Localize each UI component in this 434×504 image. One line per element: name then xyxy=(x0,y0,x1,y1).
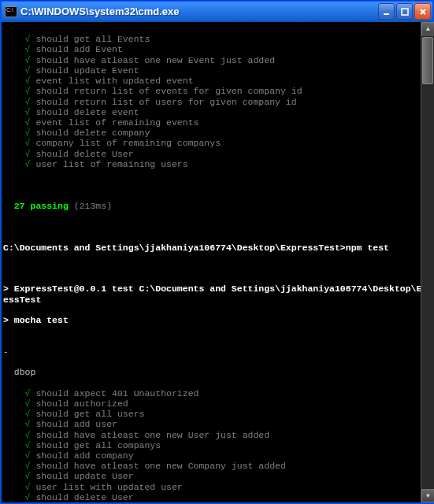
test-result-line: √ should add user xyxy=(3,419,432,429)
test-result-line: √ should axpect 401 Unauthorized xyxy=(3,388,432,398)
test-name: should return list of events for given c… xyxy=(31,86,302,96)
checkmark-icon: √ xyxy=(25,430,31,440)
test-name: should update User xyxy=(31,471,134,481)
test-result-line: √ should delete User xyxy=(3,492,432,502)
test-name: event list of remaining events xyxy=(31,117,199,128)
test-name: should have atleast one new Event just a… xyxy=(31,55,276,65)
test-name: user list with updated user xyxy=(31,482,183,492)
checkmark-icon: √ xyxy=(25,86,31,96)
test-result-line: √ event list with updated event xyxy=(3,76,432,86)
checkmark-icon: √ xyxy=(25,128,31,138)
test-name: should delete company xyxy=(31,128,150,138)
checkmark-icon: √ xyxy=(25,44,31,54)
test-result-line: √ should update Event xyxy=(3,65,432,76)
checkmark-icon: √ xyxy=(25,55,31,65)
test-name: should authorized xyxy=(31,398,128,409)
test-name: should have atleast one new Company just… xyxy=(31,461,286,471)
test-result-line: √ user list with updated user xyxy=(3,482,432,492)
test-name: should get all users xyxy=(31,409,145,419)
window-title: C:\WINDOWS\system32\cmd.exe xyxy=(20,6,378,17)
test-result-line: √ company list of remaining companys xyxy=(3,138,432,148)
test-result-line: √ should authorized xyxy=(3,398,432,409)
pass-count: 27 passing xyxy=(14,201,69,211)
checkmark-icon: √ xyxy=(25,482,31,492)
test-name: should return list of users for given co… xyxy=(31,97,297,107)
test-name: should delete User xyxy=(31,149,134,159)
cmd-window: C:\WINDOWS\system32\cmd.exe √ should get… xyxy=(0,0,434,504)
checkmark-icon: √ xyxy=(25,450,31,461)
checkmark-icon: √ xyxy=(25,419,31,429)
checkmark-icon: √ xyxy=(25,76,31,86)
svg-rect-0 xyxy=(384,13,389,15)
test-result-line: √ event list of remaining events xyxy=(3,117,432,128)
svg-rect-1 xyxy=(402,9,408,15)
checkmark-icon: √ xyxy=(25,398,31,409)
test-name: company list of remaining companys xyxy=(31,138,221,148)
test-name: should axpect 401 Unauthorized xyxy=(31,388,199,398)
checkmark-icon: √ xyxy=(25,492,31,502)
test-result-line: √ should have atleast one new User just … xyxy=(3,430,432,440)
titlebar[interactable]: C:\WINDOWS\system32\cmd.exe xyxy=(2,0,432,22)
test-result-line: √ should have atleast one new Event just… xyxy=(3,55,432,65)
test-name: should have atleast one new User just ad… xyxy=(31,430,270,440)
test-name: user list of remaining users xyxy=(31,159,188,169)
test-result-line: √ should delete event xyxy=(3,107,432,117)
checkmark-icon: √ xyxy=(25,388,31,398)
minimize-button[interactable] xyxy=(378,3,395,20)
cmd-icon xyxy=(5,6,17,17)
checkmark-icon: √ xyxy=(25,149,31,159)
test-result-line: √ should add company xyxy=(3,450,432,461)
test-name: should update Event xyxy=(31,65,139,76)
test-name: event list with updated event xyxy=(31,76,194,86)
spinner: - xyxy=(3,346,432,357)
checkmark-icon: √ xyxy=(25,117,31,128)
checkmark-icon: √ xyxy=(25,471,31,481)
test-name: should get all Events xyxy=(31,34,150,44)
suite-name: dbop xyxy=(14,367,36,377)
test-result-line: √ should get all Events xyxy=(3,34,432,44)
checkmark-icon: √ xyxy=(25,34,31,44)
test-name: should add Event xyxy=(31,44,123,54)
checkmark-icon: √ xyxy=(25,65,31,76)
checkmark-icon: √ xyxy=(25,107,31,117)
scroll-thumb[interactable] xyxy=(422,37,433,84)
mocha-line: > mocha test xyxy=(3,315,432,325)
maximize-button[interactable] xyxy=(396,3,413,20)
scroll-up-button[interactable]: ▲ xyxy=(421,22,434,35)
test-name: should add company xyxy=(31,450,134,461)
checkmark-icon: √ xyxy=(25,138,31,148)
checkmark-icon: √ xyxy=(25,409,31,419)
test-result-line: √ should add Event xyxy=(3,44,432,54)
terminal-output[interactable]: √ should get all Events √ should add Eve… xyxy=(2,22,432,502)
test-result-line: √ user list of remaining users xyxy=(3,159,432,169)
checkmark-icon: √ xyxy=(25,159,31,169)
test-name: should get all companys xyxy=(31,440,161,450)
test-result-line: √ should return list of events for given… xyxy=(3,86,432,96)
checkmark-icon: √ xyxy=(25,440,31,450)
test-name: should add user xyxy=(31,419,117,429)
scroll-down-button[interactable]: ▼ xyxy=(421,489,434,502)
prompt-line: C:\Documents and Settings\jjakhaniya1067… xyxy=(3,243,432,253)
test-result-line: √ should delete User xyxy=(3,149,432,159)
test-name: should delete event xyxy=(31,107,139,117)
test-result-line: √ should get all users xyxy=(3,409,432,419)
close-button[interactable] xyxy=(414,3,431,20)
test-result-line: √ should have atleast one new Company ju… xyxy=(3,461,432,471)
test-result-line: √ should get all companys xyxy=(3,440,432,450)
checkmark-icon: √ xyxy=(25,97,31,107)
window-buttons xyxy=(378,3,431,20)
test-result-line: √ should return list of users for given … xyxy=(3,97,432,107)
npm-runner-line: > ExpressTest@0.0.1 test C:\Documents an… xyxy=(3,284,432,304)
checkmark-icon: √ xyxy=(25,461,31,471)
test-name: should delete User xyxy=(31,492,134,502)
test-result-line: √ should delete company xyxy=(3,128,432,138)
scroll-track[interactable] xyxy=(421,35,434,489)
pass-time: (213ms) xyxy=(74,201,112,211)
test-result-line: √ should update User xyxy=(3,471,432,481)
vertical-scrollbar[interactable]: ▲ ▼ xyxy=(421,22,434,502)
